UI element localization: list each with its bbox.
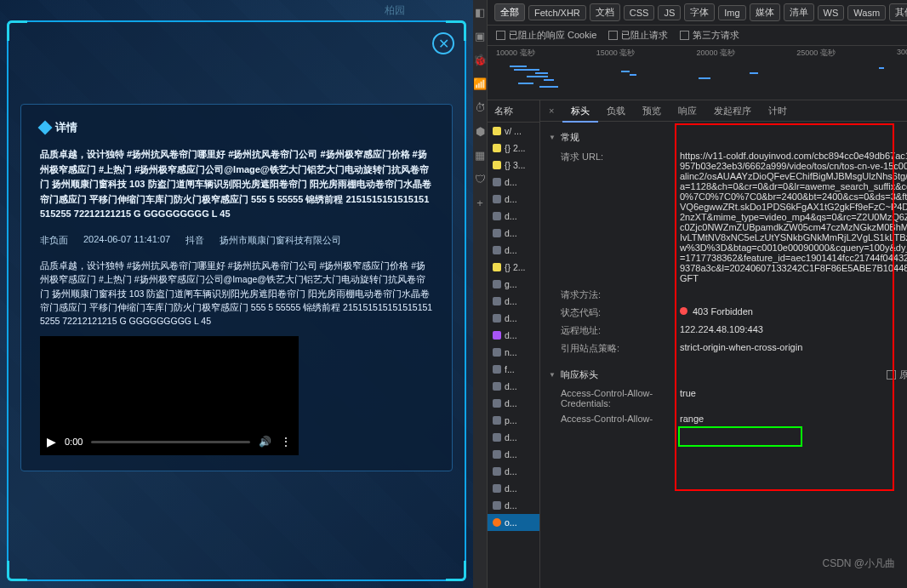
request-item[interactable]: {} 3... bbox=[488, 157, 539, 174]
request-item[interactable]: d... bbox=[488, 174, 539, 191]
meta-source: 抖音 bbox=[185, 234, 204, 247]
third-party-checkbox[interactable]: 第三方请求 bbox=[680, 29, 739, 42]
filter-pill-CSS[interactable]: CSS bbox=[624, 5, 655, 20]
request-item[interactable]: d... bbox=[488, 480, 539, 497]
request-item[interactable]: d... bbox=[488, 293, 539, 310]
filter-pill-文档[interactable]: 文档 bbox=[590, 3, 620, 21]
js-file-icon bbox=[493, 127, 501, 135]
request-item[interactable]: d... bbox=[488, 395, 539, 412]
request-item[interactable]: d... bbox=[488, 497, 539, 514]
detail-tab-计时[interactable]: 计时 bbox=[760, 100, 796, 121]
request-item[interactable]: p... bbox=[488, 412, 539, 429]
filter-pill-清单[interactable]: 清单 bbox=[784, 3, 814, 21]
video-player[interactable]: ▶ 0:00 🔊 ⋮ bbox=[40, 336, 299, 455]
filter-pill-字体[interactable]: 字体 bbox=[684, 3, 715, 21]
filter-pill-Img[interactable]: Img bbox=[718, 5, 745, 20]
timeline-bars bbox=[493, 62, 907, 98]
meta-sentiment: 非负面 bbox=[40, 234, 68, 247]
play-button-icon[interactable]: ▶ bbox=[47, 435, 56, 448]
filter-pill-Wasm[interactable]: Wasm bbox=[847, 5, 886, 20]
card-title: 详情 bbox=[55, 120, 77, 135]
doc-file-icon bbox=[493, 450, 501, 459]
status-code-value: 403 Forbidden bbox=[680, 306, 907, 319]
diamond-icon bbox=[38, 121, 53, 135]
request-url-value[interactable]: https://v11-coldf.douyinvod.com/cbc894cc… bbox=[680, 151, 907, 283]
doc-file-icon bbox=[493, 212, 501, 220]
request-item[interactable]: d... bbox=[488, 378, 539, 395]
request-method-row: 请求方法: bbox=[540, 286, 907, 304]
request-item[interactable]: {} 2... bbox=[488, 140, 539, 157]
name-column-header[interactable]: 名称 bbox=[488, 100, 539, 123]
network-timeline[interactable]: 10000 毫秒15000 毫秒20000 毫秒25000 毫秒30000 bbox=[488, 46, 907, 100]
request-item[interactable]: d... bbox=[488, 310, 539, 327]
org-file-icon bbox=[493, 518, 501, 527]
annotation-green-box bbox=[678, 426, 802, 447]
wifi-icon[interactable]: 📶 bbox=[473, 77, 487, 90]
request-item[interactable]: d... bbox=[488, 242, 539, 259]
filter-pill-WS[interactable]: WS bbox=[818, 5, 845, 20]
left-map-panel: 柏园 ✕ 详情 品质卓越，设计独特 #扬州抗风卷帘门哪里好 #扬州抗风卷帘门公司… bbox=[0, 0, 473, 588]
request-item[interactable]: d... bbox=[488, 191, 539, 208]
detail-tab-负载[interactable]: 负载 bbox=[598, 100, 634, 121]
application-icon[interactable]: ▦ bbox=[473, 148, 487, 162]
doc-file-icon bbox=[493, 433, 501, 442]
response-headers-section[interactable]: ▼响应标头 原始 bbox=[540, 364, 907, 385]
shield-icon[interactable]: 🛡 bbox=[473, 172, 487, 186]
video-menu-icon[interactable]: ⋮ bbox=[280, 435, 292, 448]
doc-file-icon bbox=[493, 382, 501, 391]
request-item[interactable]: v/ ... bbox=[488, 123, 539, 140]
detail-tab-预览[interactable]: 预览 bbox=[634, 100, 670, 121]
request-item[interactable]: f... bbox=[488, 361, 539, 378]
doc-file-icon bbox=[493, 246, 501, 254]
raw-checkbox[interactable]: 原始 bbox=[887, 368, 907, 381]
bug-icon[interactable]: 🐞 bbox=[473, 53, 487, 66]
filter-pill-Fetch/XHR[interactable]: Fetch/XHR bbox=[528, 5, 586, 20]
close-button[interactable]: ✕ bbox=[432, 32, 454, 54]
status-code-row: 状态代码: 403 Forbidden bbox=[540, 304, 907, 322]
plus-icon[interactable]: + bbox=[473, 196, 487, 209]
map-label: 柏园 bbox=[385, 3, 405, 18]
performance-icon[interactable]: ⏱ bbox=[473, 100, 487, 114]
video-progress[interactable] bbox=[91, 441, 250, 443]
doc-file-icon bbox=[493, 297, 501, 305]
expand-triangle-icon: ▼ bbox=[549, 371, 556, 379]
volume-icon[interactable]: 🔊 bbox=[259, 436, 271, 448]
doc-file-icon bbox=[493, 348, 501, 357]
detail-card: 详情 品质卓越，设计独特 #扬州抗风卷帘门哪里好 #扬州抗风卷帘门公司 #扬州极… bbox=[20, 104, 453, 471]
request-item[interactable]: g... bbox=[488, 276, 539, 293]
detail-tabs: × 标头负载预览响应发起程序计时 bbox=[540, 100, 907, 122]
detail-tab-标头[interactable]: 标头 bbox=[562, 100, 598, 123]
detail-tab-响应[interactable]: 响应 bbox=[670, 100, 705, 121]
close-detail-icon[interactable]: × bbox=[540, 100, 562, 121]
filter-pill-媒体[interactable]: 媒体 bbox=[750, 3, 780, 21]
blocked-request-checkbox[interactable]: 已阻止请求 bbox=[608, 29, 668, 42]
corner-decoration bbox=[7, 20, 27, 41]
remote-address-row: 远程地址: 122.224.48.109:443 bbox=[540, 322, 907, 340]
expand-triangle-icon: ▼ bbox=[549, 134, 556, 141]
request-item[interactable]: d... bbox=[488, 446, 539, 463]
timeline-ruler: 10000 毫秒15000 毫秒20000 毫秒25000 毫秒30000 bbox=[493, 48, 907, 59]
request-item[interactable]: n... bbox=[488, 344, 539, 361]
request-item[interactable]: {} 2... bbox=[488, 259, 539, 276]
console-icon[interactable]: ▣ bbox=[473, 29, 487, 43]
request-list: 名称 v/ ...{} 2...{} 3...d...d...d...d...d… bbox=[488, 100, 540, 588]
card-header: 详情 bbox=[40, 120, 433, 135]
request-item[interactable]: d... bbox=[488, 208, 539, 225]
doc-file-icon bbox=[493, 365, 501, 374]
memory-icon[interactable]: ⬢ bbox=[473, 124, 487, 138]
detail-tab-发起程序[interactable]: 发起程序 bbox=[705, 100, 760, 121]
filter-pill-JS[interactable]: JS bbox=[658, 5, 681, 20]
blocked-cookie-checkbox[interactable]: 已阻止的响应 Cookie bbox=[496, 29, 596, 42]
request-item[interactable]: o... bbox=[488, 514, 539, 531]
filter-pill-全部[interactable]: 全部 bbox=[494, 3, 525, 21]
request-item[interactable]: d... bbox=[488, 429, 539, 446]
description-2: 品质卓越，设计独特 #扬州抗风卷帘门哪里好 #扬州抗风卷帘门公司 #扬州极窄感应… bbox=[40, 259, 433, 328]
request-item[interactable]: d... bbox=[488, 225, 539, 242]
general-section-header[interactable]: ▼ 常规 bbox=[540, 127, 907, 148]
filter-pill-其他[interactable]: 其他 bbox=[889, 3, 907, 21]
request-item[interactable]: d... bbox=[488, 327, 539, 344]
doc-file-icon bbox=[493, 501, 501, 510]
inspect-icon[interactable]: ◧ bbox=[473, 5, 487, 19]
corner-decoration bbox=[446, 561, 466, 581]
request-item[interactable]: d... bbox=[488, 463, 539, 480]
